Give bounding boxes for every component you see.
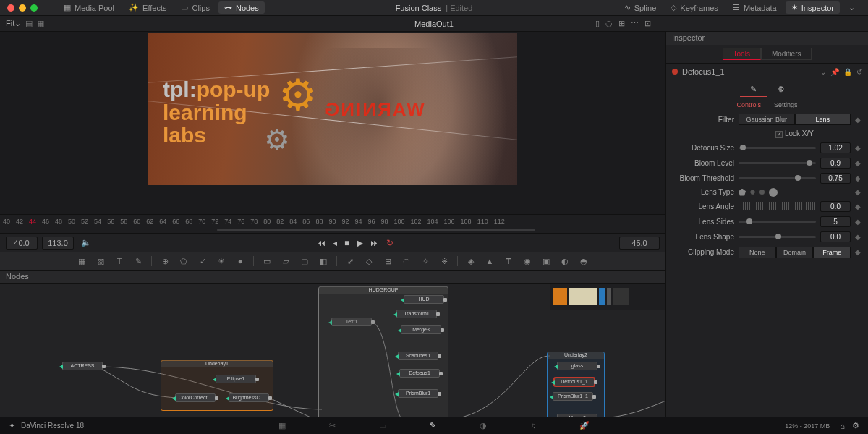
lens-shape-value[interactable]: 0.0 — [820, 231, 851, 242]
subtab-settings[interactable]: ⚙ — [767, 85, 795, 97]
page-color[interactable]: ◑ — [480, 421, 487, 430]
lens-sides-slider[interactable] — [739, 221, 816, 223]
tool-brightness-icon[interactable]: ☀ — [216, 257, 227, 266]
in-frame[interactable]: 40.0 — [6, 237, 38, 250]
tool-shape-icon[interactable]: ◉ — [522, 257, 533, 266]
out-frame[interactable]: 113.0 — [42, 237, 74, 250]
keyframe-icon[interactable]: ◆ — [855, 159, 861, 167]
node-prismblur1[interactable]: PrismBlur1 — [398, 389, 438, 398]
keyframe-icon[interactable]: ◆ — [855, 116, 861, 124]
tool-particle-icon[interactable]: ✧ — [420, 257, 431, 266]
maximize-window[interactable] — [30, 4, 38, 12]
keyframes-button[interactable]: ◇Keyframes — [665, 1, 724, 14]
keyframe-icon[interactable]: ◆ — [855, 174, 861, 182]
tool-resize-icon[interactable]: ⤢ — [344, 257, 356, 266]
tool-text3d-icon[interactable]: T — [503, 257, 514, 265]
node-hud[interactable]: HUD — [404, 295, 444, 304]
lens-sides-value[interactable]: 5 — [820, 216, 851, 227]
bloom-threshold-slider[interactable] — [739, 177, 816, 179]
inspector-node-header[interactable]: Defocus1_1 ⌄ 📌 🔒 ↺ — [666, 63, 868, 80]
audio-icon[interactable]: 🔈 — [81, 238, 91, 247]
tool-text-icon[interactable]: T — [114, 257, 125, 265]
node-transform1[interactable]: Transform1 — [396, 310, 437, 318]
clips-button[interactable]: ▭Clips — [175, 1, 215, 14]
spline-button[interactable]: ∿Spline — [618, 1, 663, 14]
node-glass[interactable]: glass — [557, 362, 597, 370]
close-window[interactable] — [7, 4, 14, 12]
filter-gaussian[interactable]: Gaussian Blur — [739, 114, 795, 125]
view-mode-a[interactable]: ▤ — [25, 19, 33, 28]
clip-frame[interactable]: Frame — [813, 247, 851, 258]
node-defocus1[interactable]: Defocus1 — [399, 369, 440, 378]
defocus-size-slider[interactable] — [739, 147, 816, 149]
lens-type-pentagon[interactable] — [739, 189, 746, 196]
bloom-level-slider[interactable] — [739, 162, 816, 164]
tool-tracker-icon[interactable]: ⊕ — [159, 257, 171, 266]
go-start-button[interactable]: ⏮ — [317, 238, 326, 248]
bloom-threshold-value[interactable]: 0.75 — [820, 173, 851, 184]
time-ruler[interactable]: 4042444648505254565860626466687072747678… — [0, 214, 665, 227]
reset-icon[interactable]: ↺ — [856, 68, 862, 76]
lockxy-checkbox[interactable]: ✓ — [775, 131, 783, 138]
tool-merge-icon[interactable]: ▭ — [261, 257, 273, 266]
subtab-controls[interactable]: ✎ — [740, 85, 767, 97]
tool-bspline-icon[interactable]: ✓ — [197, 257, 208, 266]
keyframe-icon[interactable]: ◆ — [855, 203, 861, 210]
keyframe-icon[interactable]: ◆ — [855, 144, 861, 152]
clip-domain[interactable]: Domain — [776, 247, 814, 258]
node-defocus1-1[interactable]: Defocus1_1 — [554, 378, 595, 386]
lens-angle-dial[interactable] — [739, 202, 816, 210]
lens-type-circle-small[interactable] — [760, 190, 765, 195]
go-end-button[interactable]: ⏭ — [370, 238, 379, 248]
view-split-icon[interactable]: ▯ — [595, 19, 600, 28]
filter-lens[interactable]: Lens — [795, 114, 851, 125]
tool-lens-icon[interactable]: ◠ — [401, 257, 412, 266]
settings-icon[interactable]: ⚙ — [852, 421, 859, 430]
page-deliver[interactable]: 🚀 — [579, 421, 590, 430]
lens-angle-value[interactable]: 0.0 — [820, 201, 851, 212]
fit-dropdown[interactable]: Fit⌄ — [6, 19, 21, 28]
lens-shape-slider[interactable] — [739, 236, 816, 238]
node-ellipse1[interactable]: Ellipse1 — [216, 375, 256, 383]
tool-render-icon[interactable]: ▣ — [540, 257, 552, 266]
tab-tools[interactable]: Tools — [723, 48, 761, 60]
versions-icon[interactable]: ⌄ — [820, 68, 826, 76]
node-colorcorrect[interactable]: ColorCorrect… — [175, 393, 216, 402]
inspector-button[interactable]: ✶Inspector — [786, 1, 840, 14]
group-underlay1[interactable]: Underlay1 — [161, 360, 273, 411]
expand-button[interactable]: ⌄ — [843, 1, 861, 14]
defocus-size-value[interactable]: 1.02 — [820, 142, 851, 153]
loop-button[interactable]: ↻ — [386, 238, 393, 248]
minimize-window[interactable] — [19, 4, 26, 12]
page-media[interactable]: ▦ — [278, 421, 286, 430]
tool-grid-icon[interactable]: ⊞ — [382, 257, 393, 266]
view-grid-icon[interactable]: ⊞ — [618, 19, 625, 28]
tool-pEmit-icon[interactable]: ※ — [438, 257, 450, 266]
bloom-level-value[interactable]: 0.9 — [820, 158, 851, 169]
tool-matte-icon[interactable]: ▢ — [299, 257, 310, 266]
node-merge3[interactable]: Merge3 — [401, 326, 441, 334]
tool-blur-icon[interactable]: ● — [234, 257, 246, 265]
tool-bg-icon[interactable]: ▦ — [76, 257, 88, 266]
tool-cam-icon[interactable]: ▲ — [484, 257, 495, 265]
nodes-button[interactable]: ⊶Nodes — [218, 1, 265, 14]
tool-chroma-icon[interactable]: ◧ — [318, 257, 329, 266]
effects-button[interactable]: ✨Effects — [123, 1, 172, 14]
view-dots-icon[interactable]: ⋯ — [631, 19, 639, 28]
view-option-icon[interactable]: ⊡ — [644, 19, 651, 28]
tool-3d-icon[interactable]: ◈ — [465, 257, 477, 266]
node-scanlines1[interactable]: Scanlines1 — [398, 352, 438, 360]
keyframe-icon[interactable]: ◆ — [855, 218, 861, 226]
node-graph[interactable]: ACTRESS Text1 MediaOut1 Underlay1 Ellips… — [0, 284, 665, 433]
metadata-button[interactable]: ☰Metadata — [727, 1, 783, 14]
lens-type-circle-large[interactable] — [769, 188, 778, 197]
page-fusion[interactable]: ✎ — [430, 421, 436, 430]
viewer[interactable]: tpl:pop-up learning labs ⚙ ⚙ WARNING — [0, 32, 665, 214]
tool-shader-icon[interactable]: ◓ — [578, 257, 590, 266]
scrub-bar[interactable] — [0, 227, 665, 233]
view-globe-icon[interactable]: ◌ — [605, 19, 613, 28]
current-frame[interactable]: 45.0 — [619, 237, 660, 250]
node-brightness[interactable]: BrightnessC… — [229, 393, 269, 402]
tool-mask-icon[interactable]: ⬠ — [178, 257, 190, 266]
page-fairlight[interactable]: ♫ — [530, 421, 536, 430]
